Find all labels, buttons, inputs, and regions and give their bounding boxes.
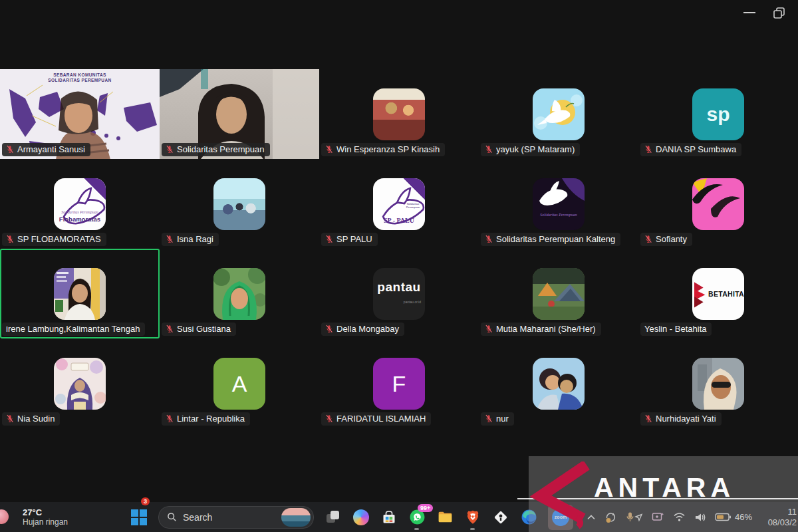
participant-tile[interactable]: sp DANIA SP Sumbawa	[638, 69, 798, 159]
whatsapp-button[interactable]: 99+	[408, 509, 426, 526]
battery-indicator[interactable]: 46%	[715, 512, 752, 522]
system-tray: 46% 11 08/03/2	[587, 502, 798, 532]
tray-volume-icon[interactable]	[694, 512, 706, 523]
diamond-app-button[interactable]	[492, 509, 509, 526]
participant-name-label: DANIA SP Sumbawa	[640, 143, 741, 156]
participant-tile[interactable]: pantau pantau.or.id Della Mongabay	[319, 249, 479, 338]
avatar-photo	[692, 358, 744, 410]
mic-muted-icon	[166, 414, 174, 423]
avatar-text: A	[213, 358, 265, 410]
tray-mic-location-icon[interactable]	[626, 511, 643, 523]
participant-name-label: FARIDATUL ISLAMIAH	[321, 412, 431, 426]
mic-muted-icon	[166, 235, 174, 243]
tray-sync-icon[interactable]	[604, 511, 617, 523]
avatar-flobamoratas-logo: Solidaritas Perempuan Flobamoratas	[54, 178, 106, 230]
avatar-initial: F	[373, 358, 425, 410]
tray-chevron-up-icon[interactable]	[587, 514, 596, 521]
avatar-photo	[373, 88, 425, 140]
mic-muted-icon	[485, 145, 493, 154]
participant-name-label: Armayanti Sanusi	[2, 143, 90, 156]
participant-tile[interactable]: Susi Gustiana	[160, 249, 319, 338]
avatar-photo	[54, 268, 106, 320]
logo-script-text: Solidaritas Perempuan	[404, 202, 422, 209]
task-view-icon	[327, 511, 340, 524]
participant-name: Sofianty	[656, 234, 687, 244]
participant-tile[interactable]: Mutia Maharani (She/Her)	[479, 249, 638, 338]
tray-wifi-icon[interactable]	[673, 512, 686, 522]
participant-tile[interactable]: Solidaritas Perempuan	[160, 69, 319, 159]
mic-muted-icon	[6, 414, 14, 423]
participant-tile[interactable]: A Lintar - Republika	[160, 338, 319, 428]
file-explorer-icon	[437, 509, 454, 525]
microsoft-store-button[interactable]	[380, 509, 398, 526]
weather-widget[interactable]: 27°C Hujan ringan	[0, 502, 68, 532]
participant-tile[interactable]: Nurhidayati Yati	[638, 338, 798, 428]
participant-tile[interactable]: Nia Sudin	[0, 338, 160, 428]
participant-name: Nurhidayati Yati	[656, 414, 716, 424]
avatar-kalteng-logo: Solidaritas Perempuan	[533, 178, 585, 230]
brave-button[interactable]	[464, 509, 481, 526]
avatar-photo	[213, 268, 265, 320]
antara-watermark-text: ANTARA	[594, 472, 735, 503]
zoom-app-button[interactable]: 3 zoom	[548, 505, 573, 530]
mic-muted-icon	[325, 235, 333, 243]
tray-cast-icon[interactable]	[652, 511, 664, 523]
participant-tile[interactable]: nur	[479, 338, 638, 428]
participant-grid: SEBARAN KOMUNITASSOLIDARITAS PEREMPUAN	[0, 69, 798, 428]
participant-name-label: SP FLOBAMORATAS	[2, 233, 106, 246]
participant-name: DANIA SP Sumbawa	[656, 144, 736, 154]
start-button[interactable]	[130, 509, 148, 526]
participant-name: yayuk (SP Mataram)	[496, 144, 575, 154]
search-icon	[167, 512, 177, 522]
participant-tile[interactable]: Solidaritas Perempuan Flobamoratas SP FL…	[0, 159, 160, 249]
participant-tile[interactable]: SEBARAN KOMUNITASSOLIDARITAS PEREMPUAN	[0, 69, 160, 159]
pantau-logo-text: pantau	[373, 280, 425, 295]
participant-name: Isna Ragi	[177, 234, 213, 244]
participant-tile[interactable]: F FARIDATUL ISLAMIAH	[319, 338, 479, 428]
windows-taskbar: 27°C Hujan ringan Search 99+	[0, 502, 798, 532]
running-indicator	[414, 528, 419, 530]
avatar-photo	[54, 358, 106, 410]
avatar-photo	[533, 268, 585, 320]
minimize-button[interactable]	[743, 12, 755, 13]
participant-tile[interactable]: Win Esperanza SP Kinasih	[319, 69, 479, 159]
participant-name: Susi Gustiana	[177, 324, 231, 334]
weather-icon	[0, 509, 9, 524]
participant-name-label: SP PALU	[321, 233, 378, 246]
avatar-photo	[213, 178, 265, 230]
participant-name: nur	[496, 414, 509, 424]
participant-name-label: Isna Ragi	[162, 233, 219, 246]
participant-name-label: Sofianty	[640, 233, 692, 246]
avatar-pantau-logo: pantau pantau.or.id	[373, 268, 425, 320]
participant-tile[interactable]: Solidaritas Perempuan Solidaritas Peremp…	[479, 159, 638, 249]
edge-button[interactable]	[520, 509, 537, 526]
taskbar-clock[interactable]: 11 08/03/2	[761, 507, 797, 528]
avatar-initial: A	[213, 358, 265, 410]
dove-icon	[533, 178, 585, 230]
search-box[interactable]: Search	[158, 506, 314, 529]
mic-muted-icon	[485, 325, 493, 333]
participant-name: SP PALU	[336, 234, 372, 244]
participant-tile[interactable]: Sofianty	[638, 159, 798, 249]
brave-icon	[465, 509, 481, 525]
participant-name-label: Nurhidayati Yati	[640, 412, 722, 426]
file-explorer-button[interactable]	[436, 509, 454, 526]
whatsapp-badge: 99+	[418, 504, 433, 512]
participant-tile[interactable]: yayuk (SP Mataram)	[479, 69, 638, 159]
search-label: Search	[183, 512, 275, 523]
running-indicator	[470, 528, 475, 530]
participant-tile[interactable]: BETAHITA Yeslin - Betahita	[638, 249, 798, 338]
avatar-sp-monogram: sp	[692, 88, 744, 140]
task-view-button[interactable]	[325, 509, 342, 526]
title-bar	[0, 0, 798, 27]
participant-tile[interactable]: Isna Ragi	[160, 159, 319, 249]
mic-muted-icon	[325, 145, 333, 154]
participant-tile[interactable]: Solidaritas Perempuan SP - PALU SP PALU	[319, 159, 479, 249]
participant-tile-active-speaker[interactable]: irene Lambung,Kalimantan Tengah	[0, 249, 160, 338]
participant-name-label: Lintar - Republika	[162, 412, 250, 426]
restore-window-button[interactable]	[773, 7, 786, 20]
copilot-button[interactable]	[352, 509, 370, 526]
avatar-sp-palu-logo: Solidaritas Perempuan SP - PALU	[373, 178, 425, 230]
participant-name-label: irene Lambung,Kalimantan Tengah	[2, 323, 145, 336]
antara-watermark-underline	[517, 498, 798, 499]
